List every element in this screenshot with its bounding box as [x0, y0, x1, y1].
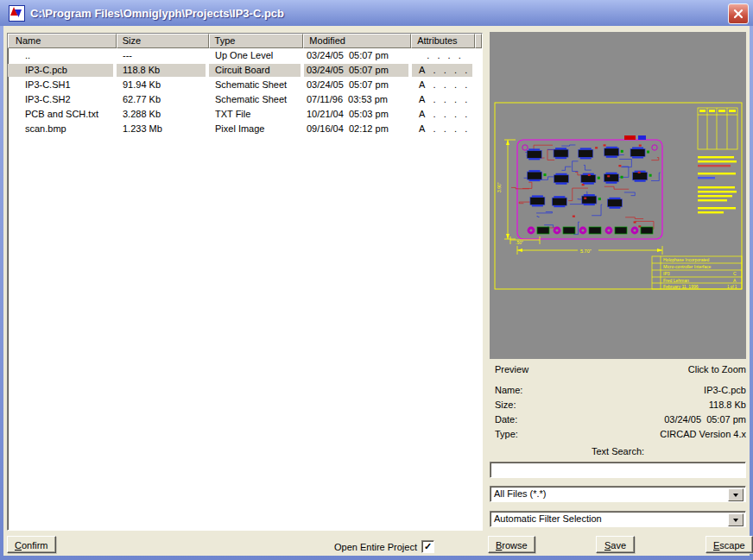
- revision-table: [698, 108, 737, 149]
- chevron-down-icon: [733, 519, 738, 522]
- file-attributes: A . . . .: [412, 93, 476, 106]
- bitmap-image-icon: [9, 123, 22, 135]
- open-entire-project-option[interactable]: Open Entire Project ✓: [334, 540, 434, 553]
- close-button[interactable]: [728, 3, 749, 24]
- file-type: Up One Level: [209, 49, 304, 62]
- filter-mode-drop-button[interactable]: [728, 513, 744, 526]
- filter-mode-dropdown[interactable]: Automatic Filter Selection: [490, 511, 746, 527]
- file-size: ---: [117, 49, 209, 62]
- chevron-down-icon: [733, 494, 738, 497]
- escape-button[interactable]: Escape: [706, 536, 753, 553]
- pcb-preview-drawing: 3.90" .50" 5.70": [490, 32, 746, 359]
- file-name: IP3-C.SH1: [25, 79, 71, 91]
- column-headers: Name Size Type Modified Attributes: [8, 34, 482, 48]
- column-header-type[interactable]: Type: [209, 34, 304, 48]
- circad-schematic-icon: [9, 93, 22, 106]
- file-size: 1.233 Mb: [117, 123, 209, 135]
- file-filter-drop-button[interactable]: [728, 488, 744, 501]
- click-to-zoom-label[interactable]: Click to Zoom: [688, 364, 746, 374]
- file-row-ip3c-pcb[interactable]: IP3-C.pcb 118.8 Kb Circuit Board 03/24/0…: [8, 63, 482, 78]
- text-search-input[interactable]: [490, 462, 746, 478]
- browse-button[interactable]: Browse: [488, 536, 535, 553]
- file-modified: 07/11/96 03:53 pm: [304, 93, 412, 106]
- open-entire-project-label: Open Entire Project: [334, 542, 417, 552]
- file-row-ip3c-sh2[interactable]: IP3-C.SH2 62.77 Kb Schematic Sheet 07/11…: [8, 92, 482, 107]
- file-modified: 03/24/05 05:07 pm: [304, 49, 412, 62]
- file-row-pcb-and-sch-txt[interactable]: PCB and SCH.txt 3.288 Kb TXT File 10/21/…: [8, 107, 482, 122]
- file-size: 62.77 Kb: [117, 93, 209, 106]
- window-title: C:\Program Files\Omniglyph\Projects\IP3-…: [30, 7, 284, 20]
- close-icon: [733, 9, 744, 19]
- circad-schematic-icon: [9, 79, 22, 91]
- file-modified: 09/16/04 02:12 pm: [304, 123, 412, 135]
- file-row-ip3c-sh1[interactable]: IP3-C.SH1 91.94 Kb Schematic Sheet 03/24…: [8, 78, 482, 92]
- title-block-title: Micro-controller Interface: [663, 264, 712, 269]
- file-name: PCB and SCH.txt: [25, 108, 98, 121]
- file-type: Pixel Image: [209, 123, 304, 135]
- title-block-sheet: 1 of 1: [727, 285, 737, 289]
- file-type: TXT File: [209, 108, 304, 121]
- open-entire-project-checkbox[interactable]: ✓: [421, 540, 434, 553]
- filter-mode-value: Automatic Filter Selection: [494, 513, 602, 524]
- file-row-scan-bmp[interactable]: scan.bmp 1.233 Mb Pixel Image 09/16/04 0…: [8, 122, 482, 136]
- info-date-label: Date:: [495, 414, 517, 425]
- title-block-drawn-by: Fred Lehman: [663, 278, 689, 283]
- file-size: 118.8 Kb: [117, 64, 209, 77]
- folder-up-icon: [9, 49, 22, 62]
- column-header-filler: [475, 34, 482, 48]
- info-name-label: Name:: [495, 385, 522, 395]
- file-name: ..: [25, 49, 30, 62]
- file-size: 91.94 Kb: [117, 79, 209, 91]
- file-attributes: . . . .: [412, 49, 476, 62]
- column-header-size[interactable]: Size: [117, 34, 209, 48]
- omniglyph-logo-icon: [9, 5, 25, 22]
- file-name: IP3-C.pcb: [25, 64, 67, 77]
- title-block-drawing: IP3: [663, 271, 670, 276]
- preview-label: Preview: [495, 364, 528, 374]
- column-header-attributes[interactable]: Attributes: [411, 34, 475, 48]
- dimension-width-label: 5.70": [580, 249, 592, 254]
- file-filter-value: All Files (*.*): [494, 488, 547, 499]
- file-modified: 03/24/05 05:07 pm: [304, 64, 412, 77]
- title-bar[interactable]: C:\Program Files\Omniglyph\Projects\IP3-…: [0, 0, 753, 26]
- dimension-vertical: [504, 140, 516, 239]
- file-list[interactable]: Name Size Type Modified Attributes: [7, 33, 483, 531]
- preview-pane[interactable]: 3.90" .50" 5.70": [490, 32, 746, 359]
- file-attributes: A . . . .: [412, 123, 476, 135]
- title-block-date: February 11, 1996: [663, 284, 699, 289]
- title-block: Holophase Incorporated Micro-controller …: [652, 256, 742, 289]
- file-attributes: A . . . .: [412, 79, 476, 91]
- info-name-value: IP3-C.pcb: [704, 385, 746, 395]
- title-block-revision: C: [733, 271, 737, 276]
- text-file-icon: [9, 108, 22, 121]
- file-attributes: A . . . .: [412, 64, 476, 77]
- text-search-label: Text Search:: [490, 446, 746, 456]
- file-filter-dropdown[interactable]: All Files (*.*): [490, 486, 746, 502]
- file-row-up-one-level[interactable]: .. --- Up One Level 03/24/05 05:07 pm . …: [8, 48, 482, 63]
- file-type: Schematic Sheet: [209, 79, 304, 91]
- file-name: IP3-C.SH2: [25, 93, 71, 106]
- title-block-rev: A: [733, 278, 737, 283]
- file-size: 3.288 Kb: [117, 108, 209, 121]
- info-type-value: CIRCAD Version 4.x: [660, 429, 746, 439]
- dialog-content: Name Size Type Modified Attributes: [3, 26, 750, 556]
- column-header-name[interactable]: Name: [8, 34, 117, 48]
- file-modified: 10/21/04 05:03 pm: [304, 108, 412, 121]
- file-type: Schematic Sheet: [209, 93, 304, 106]
- save-button[interactable]: Save: [596, 536, 635, 553]
- info-date-value: 03/24/05 05:07 pm: [664, 414, 746, 425]
- file-type: Circuit Board: [209, 64, 304, 77]
- file-attributes: A . . . .: [412, 108, 476, 121]
- info-type-label: Type:: [495, 429, 518, 439]
- file-modified: 03/24/05 05:07 pm: [304, 79, 412, 91]
- circad-board-icon: [9, 64, 22, 77]
- column-header-modified[interactable]: Modified: [303, 34, 411, 48]
- file-name: scan.bmp: [25, 123, 66, 135]
- dimension-offset-label: .50": [516, 240, 523, 245]
- dimension-height-label: 3.90": [497, 182, 502, 192]
- dialog-window: C:\Program Files\Omniglyph\Projects\IP3-…: [0, 0, 753, 560]
- confirm-button[interactable]: Confirm: [7, 536, 56, 553]
- title-block-firm: Holophase Incorporated: [663, 257, 710, 262]
- info-size-label: Size:: [495, 400, 516, 410]
- info-size-value: 118.8 Kb: [709, 400, 746, 410]
